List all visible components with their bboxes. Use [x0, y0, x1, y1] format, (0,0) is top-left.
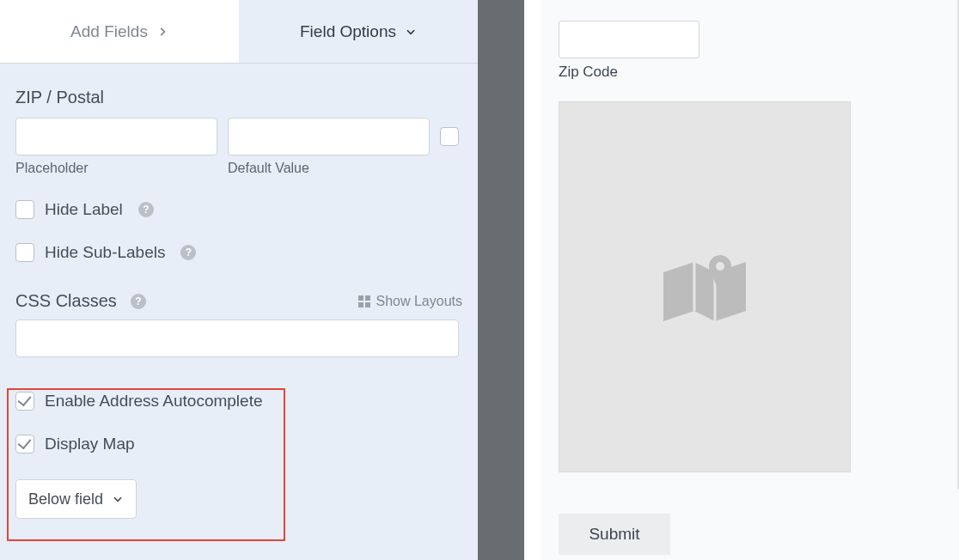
hide-label-text: Hide Label	[45, 200, 123, 219]
zip-default-required-checkbox[interactable]	[440, 127, 459, 146]
chevron-down-icon	[405, 26, 417, 38]
preview-zip-label: Zip Code	[559, 64, 935, 81]
panel-divider	[478, 0, 524, 560]
map-placeholder	[559, 101, 851, 472]
tab-field-options[interactable]: Field Options	[239, 0, 478, 63]
chevron-down-icon	[112, 493, 124, 505]
help-icon[interactable]: ?	[180, 245, 196, 260]
submit-button[interactable]: Submit	[559, 514, 670, 555]
form-preview-panel: Zip Code Submit	[541, 0, 959, 560]
hide-sub-labels-checkbox[interactable]	[15, 243, 34, 262]
hide-sub-labels-text: Hide Sub-Labels	[45, 243, 165, 262]
submit-button-label: Submit	[589, 525, 639, 543]
hide-label-checkbox[interactable]	[15, 200, 34, 219]
enable-autocomplete-checkbox[interactable]	[15, 392, 34, 411]
zip-postal-heading: ZIP / Postal	[15, 88, 462, 107]
gutter	[524, 0, 541, 560]
tab-add-fields-label: Add Fields	[70, 22, 148, 41]
chevron-right-icon	[156, 26, 168, 38]
preview-zip-input[interactable]	[559, 21, 699, 58]
zip-default-value-sublabel: Default Value	[228, 161, 430, 176]
tab-add-fields[interactable]: Add Fields	[0, 0, 239, 63]
zip-default-value-input[interactable]	[228, 118, 430, 155]
zip-placeholder-sublabel: Placeholder	[15, 161, 217, 176]
panel-tabs: Add Fields Field Options	[0, 0, 478, 64]
help-icon[interactable]: ?	[138, 202, 154, 217]
map-position-select[interactable]: Below field	[15, 479, 137, 519]
show-layouts-label: Show Layouts	[376, 294, 462, 309]
grid-icon	[358, 295, 370, 307]
svg-point-1	[716, 262, 724, 271]
help-icon[interactable]: ?	[131, 294, 146, 309]
map-position-value: Below field	[28, 490, 103, 508]
tab-field-options-label: Field Options	[300, 22, 396, 41]
show-layouts-button[interactable]: Show Layouts	[358, 294, 462, 309]
display-map-label: Display Map	[45, 435, 135, 453]
display-map-checkbox[interactable]	[15, 435, 34, 453]
zip-placeholder-input[interactable]	[15, 118, 217, 155]
enable-autocomplete-label: Enable Address Autocomplete	[45, 392, 263, 411]
field-options-panel: Add Fields Field Options ZIP / Postal Pl…	[0, 0, 478, 560]
css-classes-input[interactable]	[15, 320, 459, 357]
map-pin-icon	[653, 234, 756, 340]
css-classes-label: CSS Classes	[15, 291, 117, 311]
